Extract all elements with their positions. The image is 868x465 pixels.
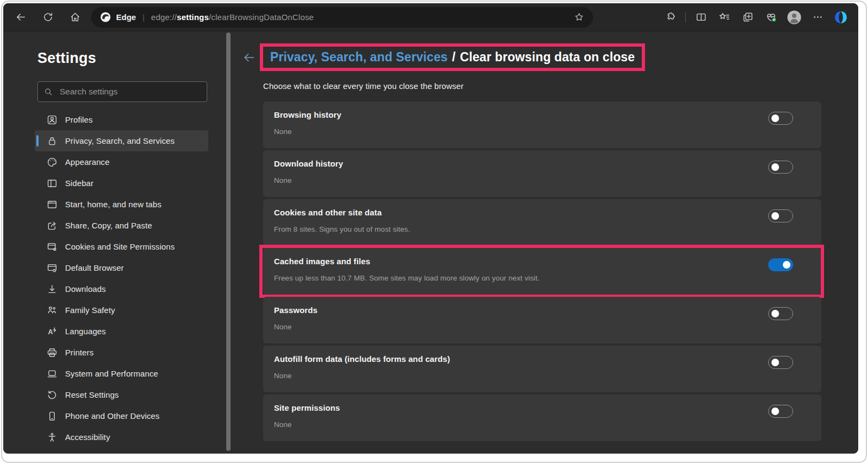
home-button[interactable] [65,8,85,27]
toggle-switch[interactable] [768,356,793,369]
extensions-icon [665,11,676,23]
nav-button-group [11,8,85,27]
extensions-button[interactable] [660,8,680,27]
sidebar-item-family-safety[interactable]: Family Safety [35,300,208,321]
lock-icon [47,136,58,146]
address-bar[interactable]: Edge | edge://settings/clearBrowsingData… [91,7,593,28]
sidebar-item-phone-and-other-devices[interactable]: Phone and Other Devices [35,405,208,426]
sidebar-item-label: Sidebar [65,179,93,188]
more-button[interactable] [808,8,827,27]
sidebar-item-sidebar[interactable]: Sidebar [35,173,208,194]
breadcrumb-parent-link[interactable]: Privacy, Search, and Services [270,50,448,65]
url-host: settings [177,12,209,22]
sidebar-item-label: Accessibility [65,432,110,442]
sidebar-item-appearance[interactable]: Appearance [35,151,208,173]
sidebar-item-start-home-and-new-tabs[interactable]: Start, home, and new tabs [35,194,208,215]
browser-brand-label: Edge [116,12,136,22]
collections-button[interactable] [738,8,757,27]
sidebar-item-cookies-and-site-permissions[interactable]: Cookies and Site Permissions [35,236,208,257]
toolbar-separator [685,12,686,23]
sidebar-item-label: Start, home, and new tabs [65,200,162,209]
sidebar-item-accessibility[interactable]: Accessibility [35,426,208,448]
toolbar-button-group [660,8,851,27]
sidebar-item-reset-settings[interactable]: Reset Settings [35,384,208,405]
sidebar-item-share-copy-and-paste[interactable]: Share, Copy, and Paste [35,215,208,236]
sidebar-item-label: Downloads [65,284,106,294]
setting-title: Browsing history [274,110,341,119]
family-icon [47,305,58,316]
toggle-switch[interactable] [768,405,793,418]
split-screen-button[interactable] [691,8,711,27]
refresh-button[interactable] [38,8,58,27]
back-button[interactable] [11,8,30,27]
toggle-knob [771,359,779,366]
languages-icon: A [47,326,58,337]
favorite-star-icon[interactable] [574,12,584,22]
back-button[interactable] [242,51,256,64]
setting-description: None [274,421,292,429]
sidebar-layout-icon [47,178,58,189]
sidebar-item-label: Reset Settings [65,390,119,399]
setting-row-site-permissions: Site permissionsNone [263,394,821,441]
profiles-icon [47,114,58,125]
search-icon [44,87,53,97]
setting-row-cookies-and-other-site-data: Cookies and other site dataFrom 8 sites.… [263,199,821,246]
profile-button[interactable] [784,8,804,27]
sidebar-item-default-browser[interactable]: Default Browser [35,257,208,278]
setting-title: Site permissions [274,403,340,412]
sidebar-item-system-and-performance[interactable]: System and Performance [35,363,208,384]
toggle-switch[interactable] [768,209,793,222]
search-input[interactable] [59,86,201,97]
toggle-switch[interactable] [768,307,793,320]
split-screen-icon [695,11,707,23]
printers-icon [47,347,58,358]
clear-browsing-data-panel: Privacy, Search, and Services / Clear br… [231,31,858,454]
url-path: /clearBrowsingDataOnClose [209,12,314,22]
svg-text:A: A [48,328,53,336]
start-tabs-icon [47,199,58,210]
share-icon [47,220,58,231]
toggle-knob [771,310,779,317]
languages-icon: A [47,326,58,337]
sidebar-item-label: Printers [65,348,93,357]
scrollbar-thumb[interactable] [226,33,231,451]
settings-search-box[interactable] [37,81,207,102]
profile-icon [787,10,802,25]
printers-icon [47,347,58,358]
cookies-permissions-icon [47,241,58,252]
url-scheme: edge:// [151,12,177,22]
phone-icon [47,411,58,422]
sidebar-item-downloads[interactable]: Downloads [35,278,208,300]
setting-description: None [274,176,292,184]
sidebar-item-label: Languages [65,327,106,336]
back-arrow-icon [242,51,256,64]
collections-icon [742,11,754,23]
palette-icon [47,157,58,168]
sidebar-layout-icon [47,178,58,189]
breadcrumb-current: Clear browsing data on close [460,50,635,65]
favorites-icon [719,11,730,23]
sidebar-item-printers[interactable]: Printers [35,342,208,363]
sidebar-item-privacy-search-and-services[interactable]: Privacy, Search, and Services [35,130,208,151]
profiles-icon [47,114,58,125]
copilot-icon [834,10,848,24]
toggle-switch[interactable] [768,112,793,125]
sidebar-item-profiles[interactable]: Profiles [35,109,208,130]
accessibility-icon [47,432,58,443]
downloads-icon [47,284,58,295]
accessibility-icon [47,432,58,443]
browser-essentials-button[interactable] [761,8,781,27]
sidebar-item-languages[interactable]: ALanguages [35,321,208,342]
edge-logo-icon [100,11,111,23]
favorites-button[interactable] [714,8,734,27]
reset-icon [47,390,58,400]
sidebar-nav: ProfilesPrivacy, Search, and ServicesApp… [3,109,227,448]
toggle-switch[interactable] [768,161,793,174]
setting-row-cached-images-and-files: Cached images and filesFrees up less tha… [263,248,821,295]
sidebar-item-label: Share, Copy, and Paste [65,221,152,230]
copilot-button[interactable] [831,8,851,27]
system-icon [47,368,58,379]
toggle-switch[interactable] [768,258,793,271]
start-tabs-icon [47,199,58,210]
refresh-icon [42,11,54,23]
